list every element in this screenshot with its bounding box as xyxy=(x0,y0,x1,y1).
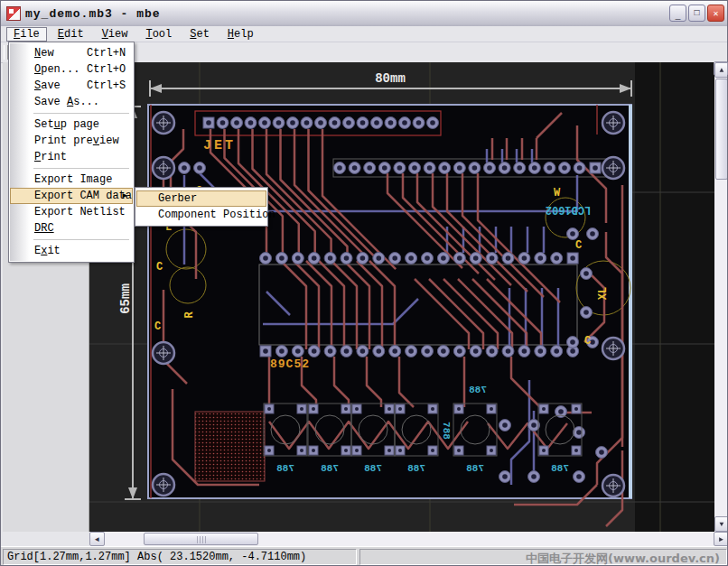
dimension-height-label: 65mm xyxy=(118,283,133,314)
menu-item-save-as[interactable]: Save As... xyxy=(10,94,133,110)
menu-item-save[interactable]: SaveCtrl+S xyxy=(10,78,133,94)
menu-separator xyxy=(10,165,133,172)
menubar-item-file[interactable]: File xyxy=(6,27,47,42)
minimize-icon: _ xyxy=(675,12,680,22)
pcb-label: 788 xyxy=(441,422,452,440)
arrow-up-icon: ▲ xyxy=(720,66,724,74)
title-bar: my_demo.mb3 - mbe _ □ ✕ xyxy=(1,1,727,27)
minimize-button[interactable]: _ xyxy=(669,5,686,22)
app-window: my_demo.mb3 - mbe _ □ ✕ FileEditViewTool… xyxy=(0,0,728,566)
pcb-label: XL xyxy=(597,287,610,300)
pcb-label: 788 xyxy=(551,463,569,474)
menu-item-export-netlist[interactable]: Export Netlist xyxy=(10,204,133,220)
pcb-label: 788 xyxy=(407,463,425,474)
menubar-item-set[interactable]: Set xyxy=(182,27,217,42)
close-button[interactable]: ✕ xyxy=(707,5,724,22)
menu-item-new[interactable]: NewCtrl+N xyxy=(10,45,133,61)
pcb-label: 788 xyxy=(469,385,487,395)
window-title: my_demo.mb3 - mbe xyxy=(25,7,161,21)
close-icon: ✕ xyxy=(713,8,718,19)
scroll-right-button[interactable]: ► xyxy=(714,532,728,546)
pcb-label: 788 xyxy=(364,463,382,474)
export-cam-submenu: GerberComponent Position xyxy=(135,187,268,227)
file-menu: NewCtrl+NOpen...Ctrl+OSaveCtrl+SSave As.… xyxy=(8,42,135,263)
pcb-label: C xyxy=(584,335,591,348)
pcb-label: C xyxy=(154,320,161,333)
menu-separator xyxy=(10,237,133,243)
watermark-text: 中国电子开发网(www.ourdev.cn) xyxy=(526,551,720,566)
menu-item-drc[interactable]: DRC xyxy=(10,220,133,237)
pcb-label: 788 xyxy=(276,463,294,474)
vertical-scroll-thumb[interactable] xyxy=(715,79,728,180)
menubar-item-edit[interactable]: Edit xyxy=(51,27,91,42)
pcb-label: C xyxy=(156,261,163,274)
pcb-label: W xyxy=(554,187,561,199)
menubar-item-tool[interactable]: Tool xyxy=(138,27,179,42)
pcb-label: 788 xyxy=(321,463,339,474)
status-bar: Grid[1.27mm,1.27mm] Abs( 23.1520mm, -4.7… xyxy=(1,546,727,566)
dimension-width-label: 80mm xyxy=(375,71,406,86)
maximize-button[interactable]: □ xyxy=(688,5,705,22)
app-icon xyxy=(6,6,21,21)
pcb-label: R xyxy=(183,311,196,319)
menubar-item-help[interactable]: Help xyxy=(220,27,261,42)
menu-item-export-image[interactable]: Export Image xyxy=(10,172,133,188)
horizontal-scroll-thumb[interactable] xyxy=(144,533,258,545)
menu-separator xyxy=(10,110,133,116)
scroll-up-button[interactable]: ▲ xyxy=(714,62,728,78)
menu-item-exit[interactable]: Exit xyxy=(10,243,133,259)
pcb-label: 89C52 xyxy=(270,357,310,371)
arrow-left-icon: ◄ xyxy=(95,535,99,543)
pcb-label: 788 xyxy=(466,463,484,474)
menu-bar: FileEditViewToolSetHelp xyxy=(1,26,727,42)
submenu-arrow-icon: ▶ xyxy=(123,188,127,204)
menu-item-print-preview[interactable]: Print preview xyxy=(10,133,133,149)
maximize-icon: □ xyxy=(694,8,699,18)
menu-item-print[interactable]: Print xyxy=(10,149,133,165)
pcb-canvas[interactable]: 80mm65mm JET89C52CCCCCLWXLRLCD1602788788… xyxy=(89,62,714,532)
scroll-down-button[interactable]: ▼ xyxy=(714,516,728,532)
pcb-label: JET xyxy=(203,138,236,153)
submenu-item-component-position[interactable]: Component Position xyxy=(136,207,266,223)
arrow-down-icon: ▼ xyxy=(720,520,724,528)
pcb-label: C xyxy=(575,239,582,252)
pcb-label: LCD1602 xyxy=(546,203,591,216)
menubar-item-view[interactable]: View xyxy=(95,27,135,42)
menu-item-export-cam-data[interactable]: Export CAM data▶ xyxy=(10,188,133,204)
status-grid-readout: Grid[1.27mm,1.27mm] Abs( 23.1520mm, -4.7… xyxy=(3,549,357,565)
arrow-right-icon: ► xyxy=(719,535,723,543)
scroll-left-button[interactable]: ◄ xyxy=(89,532,105,546)
menu-item-open[interactable]: Open...Ctrl+O xyxy=(10,61,133,78)
submenu-item-gerber[interactable]: Gerber xyxy=(136,190,266,207)
copper-pour xyxy=(195,412,265,481)
menu-item-setup-page[interactable]: Setup page xyxy=(10,116,133,133)
